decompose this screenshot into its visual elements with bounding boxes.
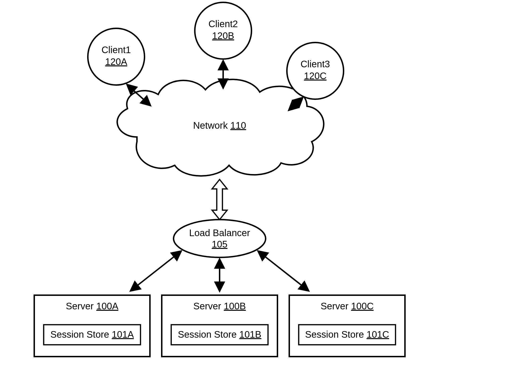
- load-balancer-label: Load Balancer: [189, 228, 250, 238]
- hollow-double-arrow: [212, 179, 227, 220]
- network-label: Network: [193, 120, 228, 131]
- session-store-c-label: Session Store: [305, 329, 364, 340]
- network-cloud: Network 110: [117, 79, 324, 176]
- server-c-label: Server: [321, 301, 349, 311]
- svg-text:Session Store
       
      10: Session Store 101A: [50, 329, 134, 340]
- client1-label: Client1: [102, 45, 131, 55]
- client2-id: 120B: [212, 30, 234, 41]
- svg-text:Server
       
      100A: Server 100A: [66, 301, 119, 311]
- arrow-lb-server-c: [259, 252, 308, 290]
- client2-node: Client2 120B: [195, 2, 252, 59]
- client3-node: Client3 120C: [287, 42, 344, 99]
- arrow-lb-server-a: [131, 252, 181, 290]
- session-store-a-label: Session Store: [50, 329, 109, 340]
- load-balancer-node: Load Balancer 105: [173, 220, 266, 257]
- client3-id: 120C: [304, 71, 327, 81]
- session-store-b-label: Session Store: [178, 329, 237, 340]
- network-id: 110: [230, 120, 246, 131]
- client2-label: Client2: [209, 19, 238, 29]
- server-a-id: 100A: [96, 301, 119, 311]
- client3-label: Client3: [301, 59, 330, 69]
- diagram-canvas: Network 110 Client1 120A Client2 120B Cl…: [0, 0, 532, 392]
- server-c-node: Server 100C Session Store 101C: [289, 295, 405, 357]
- server-a-node: Server 100A Session Store 101A: [34, 295, 150, 357]
- server-c-id: 100C: [351, 301, 374, 311]
- client1-node: Client1 120A: [88, 28, 145, 85]
- svg-point-4: [173, 220, 266, 257]
- session-store-c-id: 101C: [366, 329, 389, 340]
- svg-text:Session Store
       
      10: Session Store 101B: [178, 329, 261, 340]
- svg-text:Network
       
      110: Network 110: [193, 120, 246, 131]
- server-b-label: Server: [193, 301, 221, 311]
- server-b-id: 100B: [224, 301, 246, 311]
- server-a-label: Server: [66, 301, 94, 311]
- client1-id: 120A: [105, 56, 127, 67]
- load-balancer-id: 105: [212, 239, 228, 249]
- svg-text:Server
       
      100B: Server 100B: [193, 301, 246, 311]
- svg-text:Server
       
      100C: Server 100C: [321, 301, 374, 311]
- session-store-b-id: 101B: [239, 329, 261, 340]
- svg-text:Session Store
       
      10: Session Store 101C: [305, 329, 389, 340]
- server-b-node: Server 100B Session Store 101B: [162, 295, 277, 357]
- session-store-a-id: 101A: [112, 329, 134, 340]
